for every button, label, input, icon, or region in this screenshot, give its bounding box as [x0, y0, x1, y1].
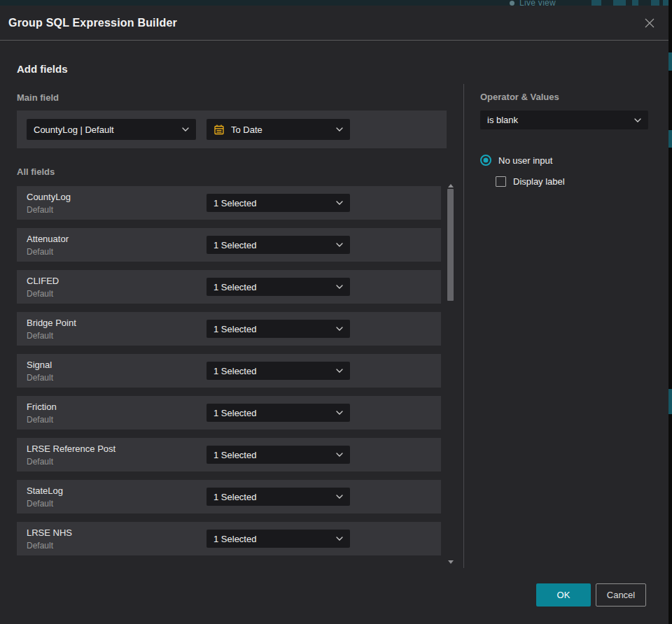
field-selected-dropdown[interactable]: 1 Selected: [206, 488, 350, 506]
field-sublabel: Default: [27, 541, 53, 551]
chevron-down-icon: [634, 118, 641, 122]
field-selected-dropdown[interactable]: 1 Selected: [206, 362, 350, 380]
field-row-lrse-reference-post: LRSE Reference Post Default 1 Selected: [17, 438, 441, 471]
dialog-header: Group SQL Expression Builder: [0, 6, 668, 40]
chevron-down-icon: [336, 127, 343, 132]
add-fields-heading: Add fields: [17, 63, 68, 75]
operator-values-heading: Operator & Values: [480, 92, 559, 102]
background-accent-block: [668, 130, 672, 148]
selected-count: 1 Selected: [214, 324, 330, 334]
field-row-clifed: CLIFED Default 1 Selected: [17, 270, 441, 304]
background-toolbar-item: [632, 0, 638, 6]
operator-select[interactable]: is blank: [480, 111, 648, 129]
no-user-input-radio[interactable]: No user input: [480, 155, 552, 166]
display-label-text: Display label: [513, 176, 565, 187]
background-accent-block: [668, 389, 672, 414]
field-selected-dropdown[interactable]: 1 Selected: [206, 446, 350, 464]
close-button[interactable]: [643, 17, 656, 29]
main-field-row: CountyLog | Default To Date: [17, 111, 447, 148]
field-sublabel: Default: [27, 205, 53, 215]
selected-count: 1 Selected: [214, 282, 330, 292]
field-name: LRSE NHS: [27, 527, 72, 538]
chevron-down-icon: [336, 327, 343, 331]
close-icon: [644, 17, 655, 29]
ok-button[interactable]: OK: [536, 583, 591, 607]
field-sublabel: Default: [27, 247, 53, 257]
scrollbar-down-arrow[interactable]: [447, 560, 454, 564]
field-selected-dropdown[interactable]: 1 Selected: [206, 404, 350, 422]
field-sublabel: Default: [27, 499, 53, 509]
selected-count: 1 Selected: [214, 240, 330, 250]
chevron-down-icon: [336, 453, 343, 457]
dialog-title: Group SQL Expression Builder: [8, 6, 177, 40]
field-name: LRSE Reference Post: [27, 444, 115, 454]
chevron-down-icon: [336, 495, 343, 499]
scrollbar-up-arrow[interactable]: [447, 183, 454, 187]
chevron-down-icon: [336, 537, 343, 541]
selected-count: 1 Selected: [214, 366, 330, 376]
field-row-attenuator: Attenuator Default 1 Selected: [17, 228, 441, 262]
selected-count: 1 Selected: [214, 450, 330, 460]
checkbox-unchecked-icon: [496, 176, 506, 187]
chevron-down-icon: [336, 411, 343, 415]
field-selected-dropdown[interactable]: 1 Selected: [206, 278, 350, 296]
header-divider: [0, 40, 668, 41]
display-label-checkbox[interactable]: Display label: [496, 176, 565, 187]
field-selected-dropdown[interactable]: 1 Selected: [206, 236, 350, 254]
field-name: CLIFED: [27, 276, 59, 286]
field-sublabel: Default: [27, 373, 53, 383]
background-toolbar-item: [592, 0, 601, 6]
selected-count: 1 Selected: [214, 408, 330, 418]
field-name: Friction: [27, 402, 57, 412]
date-parse-select-value: To Date: [231, 125, 330, 135]
field-row-bridge-point: Bridge Point Default 1 Selected: [17, 312, 441, 346]
field-selected-dropdown[interactable]: 1 Selected: [206, 194, 350, 212]
all-fields-list: CountyLog Default 1 Selected Attenuator …: [17, 186, 441, 564]
field-row-countylog: CountyLog Default 1 Selected: [17, 186, 441, 220]
radio-selected-icon: [480, 155, 491, 166]
field-sublabel: Default: [27, 331, 53, 341]
live-view-label: Live view: [519, 0, 556, 6]
group-sql-expression-builder-dialog: Group SQL Expression Builder Add fields …: [0, 6, 668, 624]
date-parse-select[interactable]: To Date: [206, 119, 350, 140]
field-row-statelog: StateLog Default 1 Selected: [17, 480, 441, 513]
main-field-select-value: CountyLog | Default: [34, 125, 176, 135]
field-name: CountyLog: [27, 192, 71, 202]
field-name: Attenuator: [27, 234, 69, 244]
field-selected-dropdown[interactable]: 1 Selected: [206, 530, 350, 548]
field-name: Bridge Point: [27, 318, 76, 328]
field-sublabel: Default: [27, 457, 53, 467]
field-row-friction: Friction Default 1 Selected: [17, 396, 441, 430]
background-accent-block: [668, 52, 672, 71]
field-name: Signal: [27, 360, 52, 370]
field-row-signal: Signal Default 1 Selected: [17, 354, 441, 388]
background-app-right-sliver: [668, 0, 672, 624]
selected-count: 1 Selected: [214, 492, 330, 502]
chevron-down-icon: [336, 369, 343, 373]
cancel-button[interactable]: Cancel: [596, 583, 646, 607]
no-user-input-label: No user input: [498, 155, 552, 166]
all-fields-label: All fields: [17, 166, 55, 177]
field-sublabel: Default: [27, 289, 53, 299]
main-field-select[interactable]: CountyLog | Default: [27, 119, 196, 140]
chevron-down-icon: [336, 285, 343, 289]
chevron-down-icon: [182, 127, 189, 132]
background-app-topbar: Live view: [0, 0, 672, 6]
scrollbar-thumb[interactable]: [447, 189, 454, 301]
background-toolbar-item: [651, 0, 659, 6]
background-toolbar-item: [663, 0, 668, 6]
selected-count: 1 Selected: [214, 534, 330, 544]
field-row-lrse-nhs: LRSE NHS Default 1 Selected: [17, 522, 441, 555]
selected-count: 1 Selected: [214, 198, 330, 208]
operator-select-value: is blank: [487, 115, 629, 125]
live-view-dot-icon: [510, 1, 514, 6]
chevron-down-icon: [336, 201, 343, 205]
calendar-icon: [214, 124, 225, 135]
field-selected-dropdown[interactable]: 1 Selected: [206, 320, 350, 338]
chevron-down-icon: [336, 243, 343, 247]
field-name: StateLog: [27, 485, 63, 496]
background-toolbar-item: [613, 0, 626, 6]
panel-divider: [463, 84, 464, 568]
main-field-label: Main field: [17, 92, 59, 103]
field-sublabel: Default: [27, 415, 53, 425]
